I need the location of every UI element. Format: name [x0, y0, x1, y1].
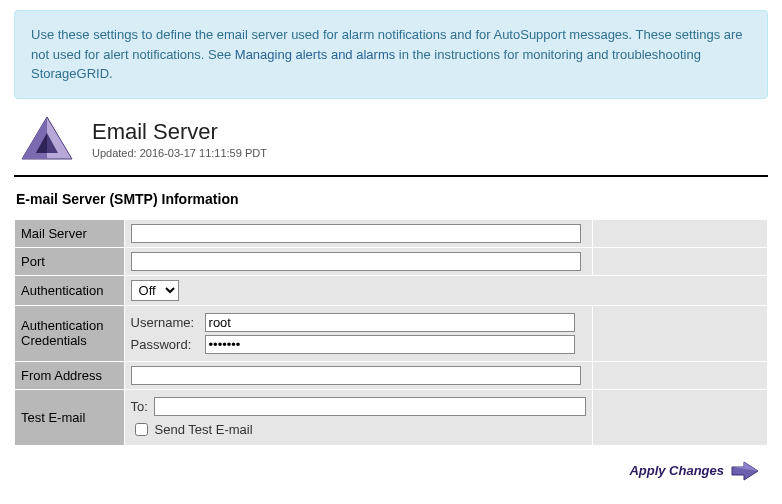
from-address-label: From Address [15, 361, 125, 389]
authentication-label: Authentication [15, 275, 125, 305]
credentials-label: Authentication Credentials [15, 305, 125, 361]
page-header: Email Server Updated: 2016-03-17 11:11:5… [14, 115, 768, 175]
smtp-form: Mail Server Port Authentication Off Auth… [14, 219, 768, 446]
apply-changes-button[interactable]: Apply Changes [629, 460, 760, 482]
mail-server-input[interactable] [131, 224, 581, 243]
to-sublabel: To: [131, 399, 148, 414]
page-title: Email Server [92, 119, 267, 145]
port-input[interactable] [131, 252, 581, 271]
managing-alerts-link[interactable]: Managing alerts and alarms [235, 47, 395, 62]
info-banner: Use these settings to define the email s… [14, 10, 768, 99]
username-input[interactable] [205, 313, 575, 332]
test-email-label: Test E-mail [15, 389, 125, 445]
divider [14, 175, 768, 177]
username-sublabel: Username: [131, 315, 199, 330]
from-address-input[interactable] [131, 366, 581, 385]
port-label: Port [15, 247, 125, 275]
send-test-checkbox[interactable] [135, 423, 148, 436]
app-logo-icon [20, 115, 74, 163]
updated-timestamp: Updated: 2016-03-17 11:11:59 PDT [92, 147, 267, 159]
tail-cell [592, 219, 767, 247]
apply-changes-label: Apply Changes [629, 463, 724, 478]
mail-server-label: Mail Server [15, 219, 125, 247]
section-heading: E-mail Server (SMTP) Information [16, 191, 768, 207]
password-sublabel: Password: [131, 337, 199, 352]
test-to-input[interactable] [154, 397, 586, 416]
arrow-right-icon [730, 460, 760, 482]
password-input[interactable] [205, 335, 575, 354]
authentication-select[interactable]: Off [131, 280, 179, 301]
send-test-label: Send Test E-mail [155, 422, 253, 437]
